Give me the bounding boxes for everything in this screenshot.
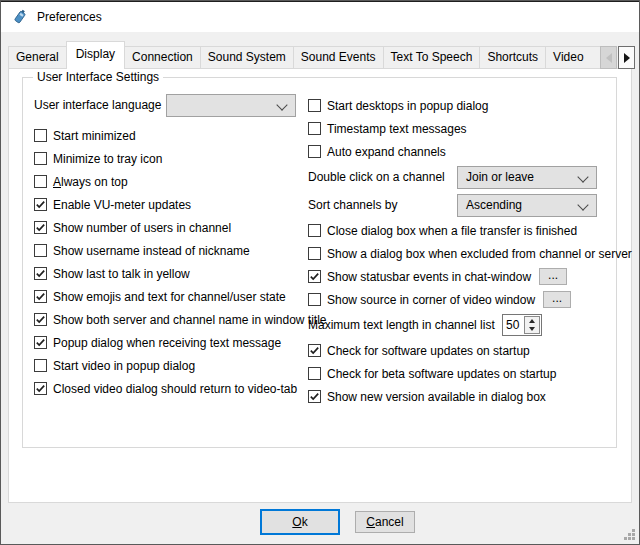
tab-sound-system[interactable]: Sound System bbox=[200, 46, 294, 68]
sort-channels-by-combobox[interactable]: Ascending bbox=[457, 194, 597, 217]
checkbox-row-show-source-in-corner-of-video-window[interactable]: Show source in corner of video window... bbox=[308, 288, 632, 311]
tab-video[interactable]: Video bbox=[545, 46, 600, 68]
cancel-button[interactable]: Cancel bbox=[355, 511, 415, 533]
checked-checkbox[interactable] bbox=[308, 270, 321, 283]
tab-sound-events[interactable]: Sound Events bbox=[293, 46, 384, 68]
unchecked-checkbox[interactable] bbox=[308, 224, 321, 237]
tab-text-to-speech[interactable]: Text To Speech bbox=[383, 46, 481, 68]
left-settings-column: User interface language Start minimizedM… bbox=[34, 94, 308, 400]
spin-up-button[interactable] bbox=[525, 317, 539, 325]
checkbox-row-minimize-to-tray-icon[interactable]: Minimize to tray icon bbox=[34, 147, 308, 170]
combo-row-sort-channels-by: Sort channels byAscending bbox=[308, 191, 632, 219]
field-label: Double click on a channel bbox=[308, 170, 457, 184]
language-combobox[interactable] bbox=[166, 94, 296, 117]
unchecked-checkbox[interactable] bbox=[308, 122, 321, 135]
checkbox-label: Show a dialog box when excluded from cha… bbox=[327, 247, 632, 261]
checkbox-row-start-video-in-popup-dialog[interactable]: Start video in popup dialog bbox=[34, 354, 308, 377]
checkbox-label: Show statusbar events in chat-window bbox=[327, 270, 531, 284]
spinbox-buttons bbox=[524, 316, 540, 334]
checkbox-row-start-minimized[interactable]: Start minimized bbox=[34, 124, 308, 147]
checkbox-label: Popup dialog when receiving text message bbox=[53, 336, 281, 350]
tab-shortcuts[interactable]: Shortcuts bbox=[479, 46, 546, 68]
checkbox-row-closed-video-dialog-should-return-to-video-tab[interactable]: Closed video dialog should return to vid… bbox=[34, 377, 308, 400]
checked-checkbox[interactable] bbox=[308, 344, 321, 357]
checked-checkbox[interactable] bbox=[34, 382, 47, 395]
ellipsis-button[interactable]: ... bbox=[543, 291, 571, 308]
checkbox-row-check-for-beta-software-updates-on-startup[interactable]: Check for beta software updates on start… bbox=[308, 362, 632, 385]
combo-row-double-click-on-a-channel: Double click on a channelJoin or leave bbox=[308, 163, 632, 191]
ellipsis-button[interactable]: ... bbox=[539, 268, 567, 285]
maximum-text-length-in-channel-list-spinbox[interactable]: 50 bbox=[502, 314, 542, 336]
unchecked-checkbox[interactable] bbox=[34, 359, 47, 372]
unchecked-checkbox[interactable] bbox=[34, 129, 47, 142]
checkbox-row-show-username-instead-of-nickname[interactable]: Show username instead of nickname bbox=[34, 239, 308, 262]
checked-checkbox[interactable] bbox=[34, 313, 47, 326]
cancel-button-label: Cancel bbox=[366, 515, 403, 529]
checkbox-row-close-dialog-box-when-a-file-transfer-is-finished[interactable]: Close dialog box when a file transfer is… bbox=[308, 219, 632, 242]
unchecked-checkbox[interactable] bbox=[34, 244, 47, 257]
unchecked-checkbox[interactable] bbox=[308, 367, 321, 380]
checkbox-row-show-both-server-and-channel-name-in-window-title[interactable]: Show both server and channel name in win… bbox=[34, 308, 308, 331]
checked-checkbox[interactable] bbox=[308, 390, 321, 403]
checkbox-row-enable-vu-meter-updates[interactable]: Enable VU-meter updates bbox=[34, 193, 308, 216]
title-bar[interactable]: Preferences bbox=[1, 2, 639, 32]
unchecked-checkbox[interactable] bbox=[308, 247, 321, 260]
unchecked-checkbox[interactable] bbox=[34, 152, 47, 165]
checkbox-label: Show username instead of nickname bbox=[53, 244, 250, 258]
checked-checkbox[interactable] bbox=[34, 198, 47, 211]
checkbox-label: Closed video dialog should return to vid… bbox=[53, 382, 297, 396]
spinbox-value[interactable]: 50 bbox=[503, 315, 523, 335]
checkbox-row-show-number-of-users-in-channel[interactable]: Show number of users in channel bbox=[34, 216, 308, 239]
unchecked-checkbox[interactable] bbox=[308, 99, 321, 112]
checked-checkbox[interactable] bbox=[34, 267, 47, 280]
combobox-value: Ascending bbox=[466, 198, 522, 212]
unchecked-checkbox[interactable] bbox=[308, 145, 321, 158]
checkbox-label: Always on top bbox=[53, 175, 128, 189]
arrow-left-icon bbox=[606, 53, 612, 63]
tab-display[interactable]: Display bbox=[66, 41, 125, 69]
unchecked-checkbox[interactable] bbox=[308, 293, 321, 306]
tab-general[interactable]: General bbox=[8, 46, 67, 68]
window-title: Preferences bbox=[37, 10, 102, 24]
checkbox-row-show-last-to-talk-in-yellow[interactable]: Show last to talk in yellow bbox=[34, 262, 308, 285]
spin-row-maximum-text-length-in-channel-list: Maximum text length in channel list50 bbox=[308, 311, 632, 339]
combobox-value: Join or leave bbox=[466, 170, 534, 184]
checkbox-label: Auto expand channels bbox=[327, 145, 446, 159]
checkbox-row-always-on-top[interactable]: Always on top bbox=[34, 170, 308, 193]
tab-scroll-right-button[interactable] bbox=[618, 46, 635, 69]
checkbox-row-popup-dialog-when-receiving-text-message[interactable]: Popup dialog when receiving text message bbox=[34, 331, 308, 354]
checkbox-label: Show both server and channel name in win… bbox=[53, 313, 327, 327]
checkbox-label: Timestamp text messages bbox=[327, 122, 467, 136]
tab-connection[interactable]: Connection bbox=[124, 46, 201, 68]
app-icon bbox=[12, 9, 28, 25]
field-label: Sort channels by bbox=[308, 198, 457, 212]
checkbox-label: Minimize to tray icon bbox=[53, 152, 162, 166]
unchecked-checkbox[interactable] bbox=[34, 175, 47, 188]
tab-scroll-buttons bbox=[600, 46, 635, 69]
checked-checkbox[interactable] bbox=[34, 221, 47, 234]
tab-bar: GeneralDisplayConnectionSound SystemSoun… bbox=[8, 41, 600, 69]
checkbox-row-show-emojis-and-text-for-channel-user-state[interactable]: Show emojis and text for channel/user st… bbox=[34, 285, 308, 308]
checkbox-row-show-statusbar-events-in-chat-window[interactable]: Show statusbar events in chat-window... bbox=[308, 265, 632, 288]
checkbox-row-timestamp-text-messages[interactable]: Timestamp text messages bbox=[308, 117, 632, 140]
checkbox-row-start-desktops-in-popup-dialog[interactable]: Start desktops in popup dialog bbox=[308, 94, 632, 117]
checkbox-label: Start desktops in popup dialog bbox=[327, 99, 488, 113]
checkbox-label: Show new version available in dialog box bbox=[327, 390, 546, 404]
tab-scroll-left-button[interactable] bbox=[600, 46, 617, 69]
checkbox-row-show-new-version-available-in-dialog-box[interactable]: Show new version available in dialog box bbox=[308, 385, 632, 408]
checkbox-row-auto-expand-channels[interactable]: Auto expand channels bbox=[308, 140, 632, 163]
checkbox-label: Enable VU-meter updates bbox=[53, 198, 191, 212]
ok-button[interactable]: Ok bbox=[260, 509, 340, 535]
screen-edge-strip bbox=[0, 0, 640, 2]
checkbox-row-show-a-dialog-box-when-excluded-from-channel-or-server[interactable]: Show a dialog box when excluded from cha… bbox=[308, 242, 632, 265]
ok-button-label: Ok bbox=[292, 515, 307, 529]
checked-checkbox[interactable] bbox=[34, 336, 47, 349]
checkbox-row-check-for-software-updates-on-startup[interactable]: Check for software updates on startup bbox=[308, 339, 632, 362]
spin-down-button[interactable] bbox=[525, 325, 539, 333]
right-settings-column: Start desktops in popup dialogTimestamp … bbox=[308, 94, 632, 408]
double-click-on-a-channel-combobox[interactable]: Join or leave bbox=[457, 166, 597, 189]
checked-checkbox[interactable] bbox=[34, 290, 47, 303]
resize-grip-icon[interactable] bbox=[624, 529, 636, 541]
checkbox-label: Check for software updates on startup bbox=[327, 344, 530, 358]
checkbox-label: Start minimized bbox=[53, 129, 136, 143]
